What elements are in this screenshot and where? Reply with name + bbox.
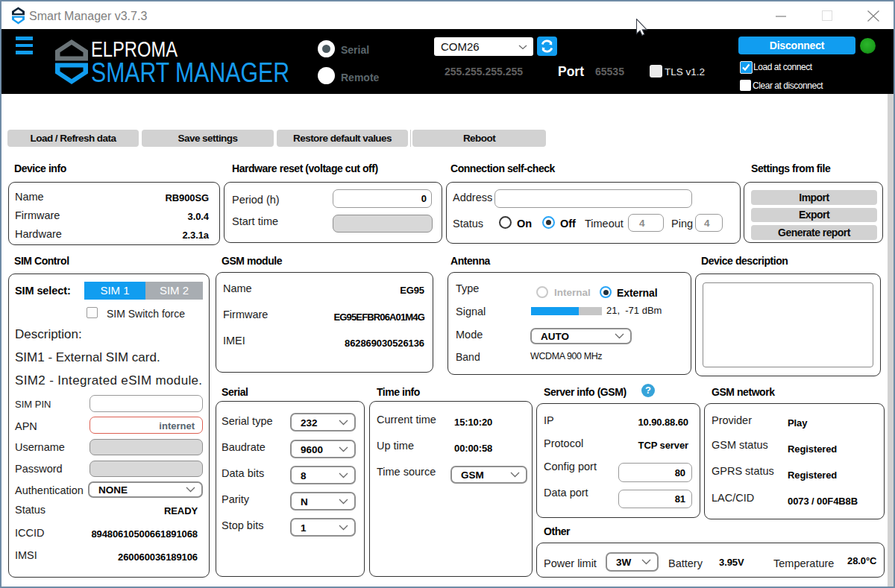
svg-text:SMART MANAGER: SMART MANAGER — [91, 57, 289, 84]
